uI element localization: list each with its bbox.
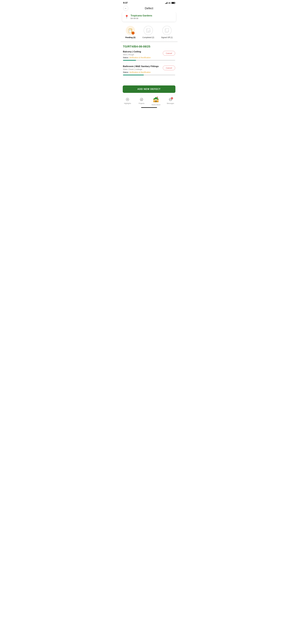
nav-item-highlights[interactable]: Highlights <box>124 98 131 104</box>
property-card: 📍 Tropicana Gardens B4-08-08 <box>122 12 176 22</box>
pending-label: Pending (2) <box>125 36 135 38</box>
progress-fill-1 <box>123 60 136 61</box>
defect-section: TG/RT4/B4-08-08/25 Balcony | Ceiling Ski… <box>121 42 178 78</box>
defect-info-1: Balcony | Ceiling Skim | Rough Status: V… <box>123 50 161 58</box>
completed-papers-icon <box>146 28 151 33</box>
signed-papers-icon <box>164 28 169 33</box>
tab-completed[interactable]: Completed (2) <box>142 26 154 38</box>
defect-info-2: Bathroom | M&E Sanitary Fittings Water C… <box>123 65 161 73</box>
status-icons: 4G <box>165 2 175 4</box>
svg-point-16 <box>140 98 143 101</box>
property-name: Tropicana Gardens <box>131 14 152 17</box>
projects-label: Projects <box>139 102 144 104</box>
section-divider <box>121 41 178 42</box>
defect-item-2: Bathroom | M&E Sanitary Fittings Water C… <box>123 65 175 78</box>
messages-badge: 1 <box>171 97 173 99</box>
messages-icon: 1 <box>169 98 172 102</box>
progress-bar-2 <box>123 74 175 76</box>
svg-point-28 <box>156 101 156 102</box>
status-bar: 9:37 4G <box>121 0 178 5</box>
progress-fill-2 <box>123 74 144 76</box>
status-time: 9:37 <box>123 2 128 4</box>
completed-icon-wrapper <box>144 26 153 35</box>
home-decor-label: Home Decor <box>152 104 160 106</box>
defect-subtitle-1: Skim | Rough <box>123 54 161 56</box>
svg-rect-24 <box>157 99 158 102</box>
highlights-icon <box>126 98 129 102</box>
svg-rect-23 <box>153 99 155 102</box>
defect-title-1: Balcony | Ceiling <box>123 50 161 53</box>
nav-item-messages[interactable]: 1 Messages <box>167 98 174 104</box>
signed-icon-wrapper <box>162 26 172 35</box>
defect-status-2: Status: Verification & Rectification <box>123 71 161 73</box>
cancel-button-2[interactable]: Cancel <box>163 66 175 70</box>
svg-rect-25 <box>154 100 155 100</box>
defect-header-row-2: Bathroom | M&E Sanitary Fittings Water C… <box>123 65 175 73</box>
header: ← Defect <box>121 5 178 12</box>
svg-rect-29 <box>157 97 158 98</box>
pending-icon-wrapper <box>126 26 135 35</box>
svg-rect-17 <box>141 99 141 100</box>
defect-status-1: Status: Verification & Rectification <box>123 56 161 58</box>
svg-rect-26 <box>157 100 158 100</box>
defect-title-2: Bathroom | M&E Sanitary Fittings <box>123 65 161 68</box>
svg-rect-12 <box>166 28 169 32</box>
back-arrow-icon: ← <box>125 7 127 10</box>
nav-item-home-decor[interactable]: Home Decor <box>152 96 160 106</box>
signed-off-label: Signed Off (1) <box>161 36 173 38</box>
defect-header-row-1: Balcony | Ceiling Skim | Rough Status: V… <box>123 50 175 58</box>
messages-label: Messages <box>167 102 174 104</box>
home-decor-icon <box>153 96 159 103</box>
add-defect-section: ADD NEW DEFECT <box>121 83 178 95</box>
projects-icon <box>140 98 143 102</box>
bottom-nav: Highlights Projects <box>121 95 178 106</box>
nav-item-projects[interactable]: Projects <box>138 98 145 104</box>
property-info: Tropicana Gardens B4-08-08 <box>131 14 152 20</box>
tab-signed-off[interactable]: Signed Off (1) <box>161 26 173 38</box>
home-indicator <box>141 107 157 108</box>
location-icon: 📍 <box>125 15 129 19</box>
property-unit: B4-08-08 <box>131 17 152 20</box>
pending-clock-icon <box>132 32 135 34</box>
back-button[interactable]: ← <box>123 6 128 11</box>
add-new-defect-button[interactable]: ADD NEW DEFECT <box>123 86 175 93</box>
svg-rect-18 <box>142 99 142 100</box>
battery-icon <box>171 2 175 4</box>
status-tabs: Pending (2) Completed (2) Signed Off (1) <box>121 24 178 41</box>
defect-subtitle-2: Water Closet | Leakage <box>123 68 161 70</box>
cancel-button-1[interactable]: Cancel <box>163 51 175 56</box>
svg-marker-21 <box>153 97 159 99</box>
tab-pending[interactable]: Pending (2) <box>125 26 135 38</box>
highlights-label: Highlights <box>124 102 131 104</box>
network-label: 4G <box>168 2 170 4</box>
completed-label: Completed (2) <box>142 36 154 38</box>
defect-item-1: Balcony | Ceiling Skim | Rough Status: V… <box>123 50 175 63</box>
svg-marker-15 <box>127 99 128 100</box>
signal-icon <box>165 2 167 4</box>
page-title: Defect <box>145 6 153 10</box>
svg-rect-1 <box>129 29 131 33</box>
defect-id: TG/RT4/B4-08-08/25 <box>123 45 175 48</box>
progress-bar-1 <box>123 60 175 61</box>
